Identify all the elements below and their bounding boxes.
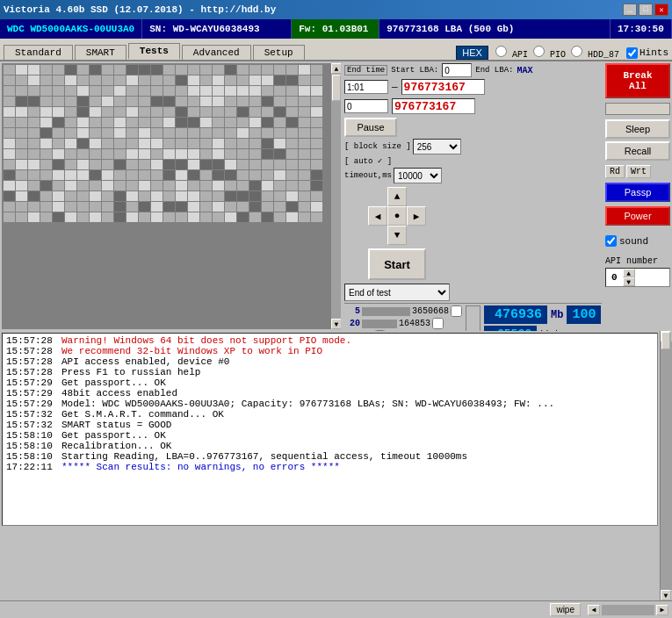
map-cell <box>286 86 298 96</box>
clock: 17:30:50 <box>611 19 672 39</box>
map-cell <box>65 170 76 180</box>
log-entry: 15:57:28Press F1 to russian help <box>6 367 654 377</box>
log-entry: 15:57:28API access enabled, device #0 <box>6 356 654 367</box>
right-column: Break All Sleep Recall Rd Wrt Passp Powe… <box>603 61 672 331</box>
tab-tests[interactable]: Tests <box>128 43 180 60</box>
start-lba-input[interactable] <box>442 63 472 77</box>
map-cell <box>200 202 212 212</box>
map-cell <box>102 118 113 127</box>
sleep-button[interactable]: Sleep <box>605 119 670 139</box>
lba-input-2[interactable] <box>344 99 388 113</box>
end-time-input[interactable] <box>344 80 388 94</box>
break-all-button[interactable]: Break All <box>605 63 670 98</box>
sound-checkbox[interactable] <box>605 235 617 247</box>
bottom-scroll-right[interactable]: ▶ <box>656 605 668 615</box>
log-entry: 15:57:2948bit access enabled <box>6 388 654 399</box>
map-cell <box>16 86 27 96</box>
map-cell <box>262 149 273 159</box>
wipe-button[interactable]: wipe <box>550 603 581 616</box>
map-cell <box>200 97 212 106</box>
map-cell <box>28 65 40 75</box>
block-size-select[interactable]: 256 128 64 <box>413 139 461 154</box>
map-cell <box>102 170 113 180</box>
tab-smart[interactable]: SMART <box>75 45 126 60</box>
map-cell <box>237 149 249 159</box>
map-cell <box>90 97 101 106</box>
map-cell <box>151 107 163 117</box>
nav-center-button[interactable]: ● <box>387 206 407 226</box>
map-cell <box>311 212 322 222</box>
minimize-button[interactable]: _ <box>623 4 637 16</box>
api-radio[interactable] <box>495 46 507 57</box>
map-cell <box>126 107 138 117</box>
maximize-button[interactable]: □ <box>639 4 653 16</box>
timeout-select[interactable]: 10000 5000 <box>394 168 442 183</box>
log-time: 15:58:10 <box>6 430 54 441</box>
log-scroll-down[interactable]: ▼ <box>661 590 671 600</box>
map-cell <box>237 170 249 180</box>
wrt-button[interactable]: Wrt <box>626 165 651 178</box>
log-scroll-thumb[interactable] <box>661 332 670 349</box>
map-cell <box>4 139 15 148</box>
map-cell <box>311 118 322 127</box>
speed-cb-20[interactable] <box>432 318 444 329</box>
log-time: 15:58:10 <box>6 451 54 462</box>
nav-empty-bl <box>368 226 387 245</box>
status-dropdown[interactable]: End of test <box>344 284 450 301</box>
map-cell <box>126 118 138 127</box>
start-lba-label: Start LBA: <box>391 66 438 75</box>
api-up-button[interactable]: ▲ <box>623 269 635 277</box>
map-cell <box>299 212 310 222</box>
hex-button[interactable]: HEX <box>456 46 488 60</box>
map-cell <box>4 97 15 106</box>
scroll-track[interactable] <box>331 74 341 319</box>
nav-down-button[interactable]: ▼ <box>387 226 407 245</box>
map-cell <box>139 128 150 138</box>
bottom-scroll-left[interactable]: ◀ <box>588 605 600 615</box>
map-cell <box>274 107 285 117</box>
tab-setup[interactable]: Setup <box>253 45 305 60</box>
map-cell <box>225 107 236 117</box>
timeout-label: timeout,ms <box>344 171 392 180</box>
map-cell <box>40 75 52 85</box>
map-cell <box>65 139 76 148</box>
time-lba-group: End time Start LBA: End LBA: MAX — 97677… <box>344 63 532 183</box>
scroll-down-arrow[interactable]: ▼ <box>331 319 341 329</box>
speed-label-20: 20 <box>344 319 360 328</box>
hdd87-radio[interactable] <box>571 46 582 57</box>
map-cell <box>65 202 76 212</box>
pio-radio[interactable] <box>533 46 545 57</box>
block-size-label: [ block size ] <box>344 142 411 151</box>
map-cell <box>163 139 175 148</box>
map-cell <box>4 160 15 169</box>
map-cell <box>77 170 89 180</box>
nav-right-button[interactable]: ▶ <box>407 206 426 226</box>
scroll-thumb[interactable] <box>332 75 341 101</box>
power-button[interactable]: Power <box>605 206 670 226</box>
map-cell <box>4 170 15 180</box>
rd-button[interactable]: Rd <box>605 165 625 178</box>
map-cell <box>176 181 187 190</box>
map-scrollbar[interactable]: ▲ ▼ <box>330 63 341 329</box>
map-cell <box>65 75 76 85</box>
log-scroll-track[interactable] <box>661 341 672 590</box>
log-message: SMART status = GOOD <box>61 420 171 430</box>
passp-button[interactable]: Passp <box>605 183 670 202</box>
speed-cb-5[interactable] <box>451 305 462 317</box>
tab-advanced[interactable]: Advanced <box>182 45 251 60</box>
pause-button[interactable]: Pause <box>344 118 397 137</box>
speed-row-5: 5 3650668 <box>344 305 462 317</box>
log-scrollbar[interactable]: ▲ ▼ <box>660 331 672 600</box>
tab-standard[interactable]: Standard <box>4 45 73 60</box>
api-down-button[interactable]: ▼ <box>623 277 635 286</box>
log-message: Warning! Windows 64 bit does not support… <box>61 335 351 346</box>
scroll-up-arrow[interactable]: ▲ <box>331 63 341 74</box>
close-button[interactable]: ✕ <box>654 4 668 16</box>
start-button[interactable]: Start <box>368 248 426 280</box>
nav-up-button[interactable]: ▲ <box>387 187 407 206</box>
nav-left-button[interactable]: ◀ <box>368 206 387 226</box>
hints-checkbox[interactable] <box>626 47 638 59</box>
map-cell <box>237 212 249 222</box>
recall-button[interactable]: Recall <box>605 141 670 161</box>
map-cell <box>176 128 187 138</box>
